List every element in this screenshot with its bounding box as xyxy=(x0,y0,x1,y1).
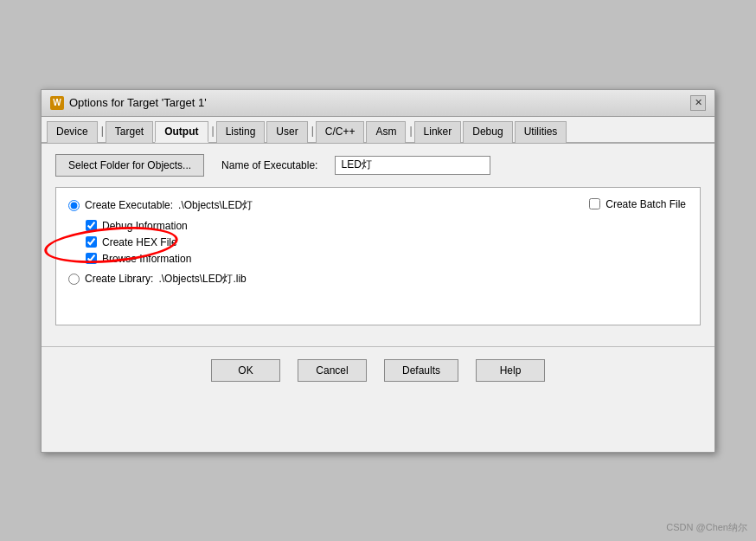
create-library-radio[interactable] xyxy=(68,274,80,285)
create-exec-label: Create Executable: xyxy=(85,199,173,211)
browse-info-label: Browse Information xyxy=(102,253,191,265)
dialog: W Options for Target 'Target 1' ✕ Device… xyxy=(41,89,715,453)
tab-target[interactable]: Target xyxy=(106,121,153,143)
debug-info-row: Debug Information xyxy=(68,220,688,232)
defaults-button[interactable]: Defaults xyxy=(384,359,458,382)
debug-info-checkbox[interactable] xyxy=(86,220,97,231)
tab-debug[interactable]: Debug xyxy=(463,121,512,143)
app-icon: W xyxy=(50,96,64,110)
debug-info-label: Debug Information xyxy=(102,220,188,232)
cancel-button[interactable]: Cancel xyxy=(298,359,367,382)
output-box: Create Batch File Create Executable: .\O… xyxy=(55,187,701,325)
tab-output[interactable]: Output xyxy=(155,121,208,143)
create-library-label: Create Library: xyxy=(85,273,153,285)
tab-cpp[interactable]: C/C++ xyxy=(316,121,365,143)
tab-asm[interactable]: Asm xyxy=(366,121,406,143)
top-row: Select Folder for Objects... Name of Exe… xyxy=(55,154,701,177)
create-batch-label: Create Batch File xyxy=(605,198,686,210)
dialog-title: Options for Target 'Target 1' xyxy=(69,96,207,109)
watermark: CSDN @Chen纳尔 xyxy=(666,521,747,534)
executable-name-input[interactable] xyxy=(335,156,490,175)
tab-user[interactable]: User xyxy=(266,121,307,143)
create-batch-section: Create Batch File xyxy=(589,198,686,210)
create-exec-path: .\Objects\LED灯 xyxy=(178,198,253,213)
tab-linker[interactable]: Linker xyxy=(414,121,462,143)
create-executable-radio[interactable] xyxy=(68,200,80,211)
content-area: Select Folder for Objects... Name of Exe… xyxy=(42,144,714,346)
create-hex-checkbox[interactable] xyxy=(86,236,97,248)
create-hex-row: Create HEX File xyxy=(68,236,688,248)
bottom-buttons: OK Cancel Defaults Help xyxy=(42,346,714,394)
title-bar-left: W Options for Target 'Target 1' xyxy=(50,96,207,110)
ok-button[interactable]: OK xyxy=(211,359,280,382)
select-folder-button[interactable]: Select Folder for Objects... xyxy=(55,154,204,177)
tab-listing[interactable]: Listing xyxy=(216,121,266,143)
tab-device[interactable]: Device xyxy=(47,121,98,143)
title-bar: W Options for Target 'Target 1' ✕ xyxy=(42,90,714,117)
create-library-path: .\Objects\LED灯.lib xyxy=(158,272,246,287)
browse-info-row: Browse Information xyxy=(68,253,688,265)
tab-utilities[interactable]: Utilities xyxy=(515,121,567,143)
create-hex-label: Create HEX File xyxy=(102,236,177,248)
help-button[interactable]: Help xyxy=(476,359,545,382)
tabs-bar: Device | Target Output | Listing User | … xyxy=(42,117,714,144)
create-batch-checkbox[interactable] xyxy=(589,198,600,209)
close-button[interactable]: ✕ xyxy=(690,95,706,111)
name-label: Name of Executable: xyxy=(221,159,317,171)
browse-info-checkbox[interactable] xyxy=(86,253,97,264)
create-library-row: Create Library: .\Objects\LED灯.lib xyxy=(68,272,688,287)
